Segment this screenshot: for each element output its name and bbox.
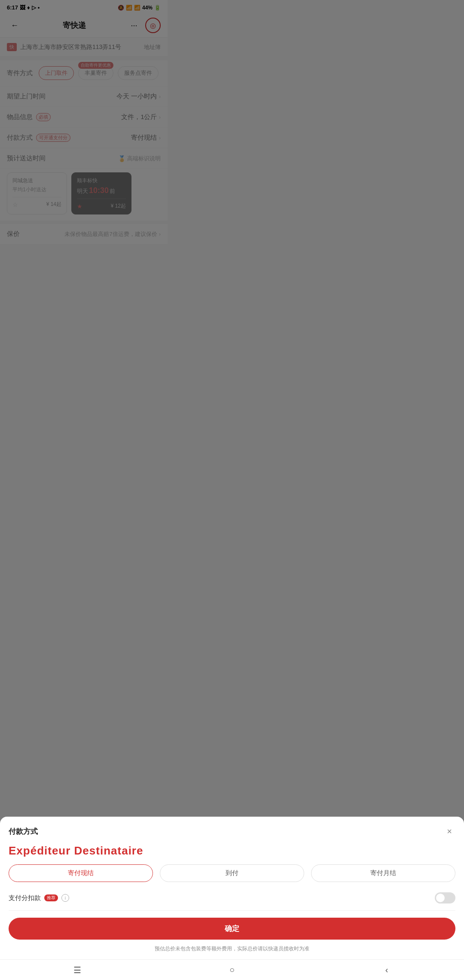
modal-overlay[interactable] xyxy=(0,0,168,352)
